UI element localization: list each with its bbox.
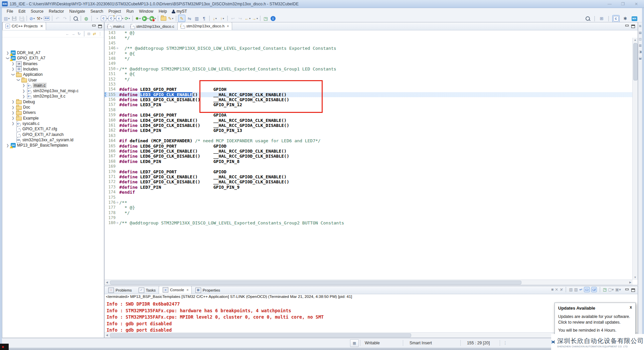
binary-icon[interactable]: 010 — [43, 15, 50, 22]
maximize-view-icon[interactable] — [98, 25, 102, 28]
menu-navigate[interactable]: Navigate — [66, 8, 88, 14]
expand-icon[interactable]: ❯ — [6, 144, 10, 147]
explorer-tool-icon[interactable]: ⊟ — [87, 32, 91, 36]
console-tab-problems[interactable]: !Problems — [105, 287, 135, 294]
run-icon[interactable]: ▶▾ — [142, 15, 149, 22]
new-wizard-icon[interactable]: ▤▾ — [3, 15, 10, 22]
menu-file[interactable]: File — [4, 8, 16, 14]
tree-item-gpio-exti-a7-cfg[interactable]: GPIO_EXTI_A7.cfg — [11, 126, 57, 132]
profile-icon[interactable]: ◔ — [94, 15, 100, 22]
code-line-170[interactable]: 170#define LED7_GPIO_PORT GPIOD — [105, 169, 638, 174]
expand-icon[interactable]: ❯ — [11, 106, 15, 109]
code-line-163[interactable]: 163 — [105, 133, 638, 138]
back-icon[interactable]: ←▾ — [244, 15, 251, 22]
editor-maximize-icon[interactable] — [631, 25, 635, 28]
new-c-file-icon[interactable]: c▾ — [116, 15, 123, 22]
code-line-174[interactable]: 174#endif — [105, 190, 638, 195]
code-line-152[interactable]: 152 */ — [105, 77, 638, 82]
minimized-view-icon[interactable]: ◫ — [639, 37, 642, 41]
tree-item-stm32mp13xx-a7-sysram-ld[interactable]: LDstm32mp13xx_a7_sysram.ld — [11, 137, 73, 143]
code-line-162[interactable]: 162#define LED4_PIN GPIO_PIN_13 — [105, 128, 638, 133]
popup-close-icon[interactable]: x — [630, 305, 632, 310]
next-edit-location-icon[interactable]: ↪ — [237, 15, 244, 22]
code-line-150[interactable]: 150⊖/** @addtogroup STM32MP13XX_DISCO_LO… — [105, 66, 638, 71]
save-all-icon[interactable] — [18, 15, 25, 22]
code-line-173[interactable]: 173#define LED7_PIN GPIO_PIN_9 — [105, 185, 638, 190]
minimized-view-icon[interactable]: ▤ — [639, 31, 642, 34]
console-tool-icon[interactable]: ▧ — [569, 287, 573, 292]
minimize-view-icon[interactable] — [92, 25, 96, 28]
tree-item-stm32mp13xx-hal-msp-c[interactable]: ❯cstm32mp13xx_hal_msp.c — [22, 88, 78, 94]
code-line-157[interactable]: 157#define LED3_PIN GPIO_PIN_12 — [105, 102, 638, 107]
close-tab-icon[interactable]: × — [186, 288, 188, 292]
restore-view-icon[interactable]: ⧉ — [639, 24, 641, 28]
show-whitespace-icon[interactable]: ¶ — [201, 15, 207, 22]
close-tab-icon[interactable]: × — [227, 24, 229, 28]
new-c-project-icon[interactable]: C▾ — [101, 15, 108, 22]
minimize-icon[interactable]: — — [605, 1, 614, 7]
code-line-148[interactable]: 148 */ — [105, 56, 638, 61]
open-perspective-icon[interactable]: ⊞ — [598, 15, 605, 22]
code-line-158[interactable]: 158 — [105, 108, 638, 113]
scroll-left-icon[interactable]: ◀ — [105, 333, 109, 338]
editor-tab-main-c[interactable]: cmain.c — [105, 23, 128, 30]
save-icon[interactable] — [11, 15, 17, 22]
device-configuration-icon[interactable]: ✱ — [622, 15, 629, 22]
tree-item-example[interactable]: ❯Example — [11, 116, 39, 121]
feather-icon[interactable]: ✎▾ — [167, 15, 174, 22]
run-external-icon[interactable]: ▶▾ — [149, 15, 156, 22]
search-marker-icon[interactable] — [72, 15, 79, 22]
build-icon[interactable]: ⚒▾ — [36, 15, 43, 22]
quick-search-icon[interactable] — [584, 15, 591, 22]
new-cpp-class-icon[interactable]: C+▾ — [109, 15, 116, 22]
myst-menu[interactable]: myST — [172, 9, 187, 14]
tree-item-gpio-exti-a7[interactable]: ❯IDEGPIO_EXTI_A7 — [6, 55, 45, 61]
console-tool-icon[interactable]: ↵ — [579, 287, 583, 292]
collapse-icon[interactable]: ❯ — [17, 78, 20, 82]
explorer-tool-icon[interactable]: ← — [65, 32, 70, 36]
console-tool-icon[interactable]: ✕ — [555, 287, 558, 292]
scroll-right-icon[interactable]: ▶ — [628, 280, 633, 285]
c-cpp-perspective-icon[interactable]: C — [612, 15, 620, 22]
expand-icon[interactable]: ❯ — [11, 111, 15, 115]
menu-search[interactable]: Search — [88, 8, 106, 14]
code-line-143[interactable]: 143 * @} — [105, 30, 638, 35]
code-line-149[interactable]: 149 — [105, 61, 638, 66]
tree-item-syscalls-c[interactable]: ❯csyscalls.c — [11, 121, 39, 126]
minimized-view-icon[interactable]: ⬓ — [639, 56, 642, 60]
code-editor[interactable]: 143 * @}144 */145146⊖ /** @addtogroup ST… — [105, 30, 638, 285]
close-view-icon[interactable]: ✕ — [40, 24, 43, 28]
tree-item-drivers[interactable]: ❯Drivers — [11, 110, 36, 115]
code-line-144[interactable]: 144 */ — [105, 35, 638, 40]
code-line-180[interactable]: 180⊖/** @addtogroup STM32MP13XX_DISCO_LO… — [105, 220, 638, 225]
code-line-164[interactable]: 164#if defined (MCP_IOEXPANDER) /* need … — [105, 138, 638, 143]
code-line-155[interactable]: 155#define LED3_GPIO_CLK_ENABLE() __HAL_… — [105, 92, 638, 97]
expand-icon[interactable]: ❯ — [11, 67, 15, 71]
console-tool-icon[interactable]: ✕̷ — [559, 287, 563, 292]
menu-refactor[interactable]: Refactor — [46, 8, 66, 14]
explorer-tool-icon[interactable]: ⋮ — [98, 32, 103, 36]
forward-icon[interactable]: →▾ — [252, 15, 258, 22]
refresh-icon[interactable]: ⟳▾ — [124, 15, 131, 22]
code-line-165[interactable]: 165#define LED6_GPIO_PORT GPIOD — [105, 144, 638, 149]
code-line-167[interactable]: 167#define LED6_GPIO_CLK_DISABLE() __HAL… — [105, 154, 638, 159]
statusbar-overflow-icon[interactable]: ⋮ — [503, 341, 507, 345]
minimized-view-icon[interactable]: ▥ — [639, 44, 642, 47]
menu-source[interactable]: Source — [28, 8, 46, 14]
cubemx-perspective-icon[interactable]: MX — [631, 15, 638, 22]
code-line-154[interactable]: 154#define LED3_GPIO_PORT GPIOH — [105, 87, 638, 92]
tree-item-main-c[interactable]: ❯cmain.c — [22, 83, 46, 88]
show-margin-icon[interactable]: ▥ — [193, 15, 200, 22]
editor-minimize-icon[interactable] — [625, 25, 629, 28]
scroll-left-icon[interactable]: ◀ — [105, 280, 109, 285]
code-line-160[interactable]: 160#define LED4_GPIO_CLK_ENABLE() __HAL_… — [105, 118, 638, 123]
code-line-166[interactable]: 166#define LED6_GPIO_CLK_ENABLE() __HAL_… — [105, 149, 638, 154]
tree-item-ddr-init-a7[interactable]: ❯IDEDDR_Init_A7 — [6, 50, 40, 55]
editor-vertical-scrollbar[interactable]: ▲ ▼ — [632, 38, 638, 280]
expand-icon[interactable]: ❯ — [11, 100, 15, 104]
previous-annotation-icon[interactable]: ↑▾ — [219, 15, 225, 22]
explorer-tool-icon[interactable]: ⇄ — [92, 32, 97, 36]
code-line-146[interactable]: 146⊖ /** @addtogroup STM32MP13XX_DISCO_L… — [105, 46, 638, 51]
info-icon[interactable]: i — [270, 15, 276, 22]
code-line-177[interactable]: 177 * @} — [105, 205, 638, 210]
